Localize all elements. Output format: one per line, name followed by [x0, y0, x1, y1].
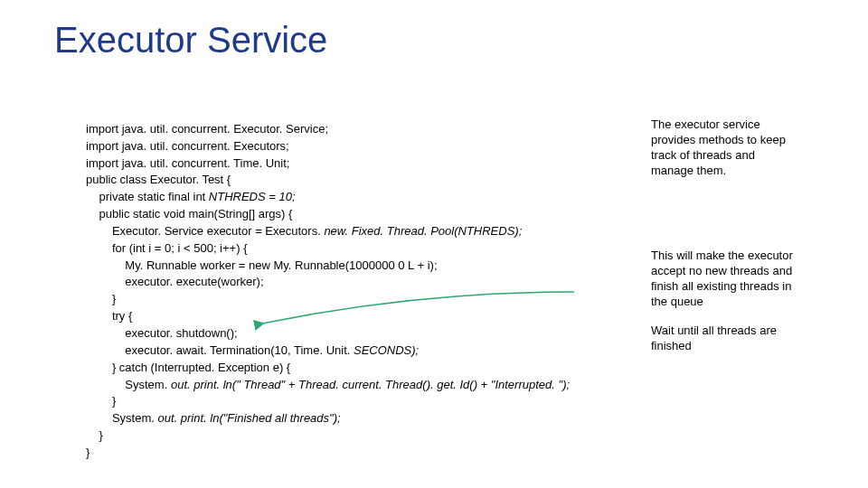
annotation-executor-service: The executor service provides methods to…: [651, 117, 800, 179]
code-line: Executor. Service executor = Executors. …: [86, 224, 522, 238]
code-line: executor. execute(worker);: [86, 275, 264, 288]
code-line: }: [86, 292, 116, 305]
annotation-await: Wait until all threads are finished: [651, 324, 800, 354]
annotation-shutdown: This will make the executor accept no ne…: [651, 249, 800, 310]
code-line: }: [86, 446, 90, 459]
code-line: import java. util. concurrent. Executor.…: [86, 122, 328, 136]
code-block: import java. util. concurrent. Executor.…: [86, 104, 570, 462]
code-line: public static void main(String[] args) {: [86, 207, 292, 221]
code-line: System. out. print. ln(" Thread" + Threa…: [86, 378, 570, 391]
code-line: }: [86, 428, 103, 442]
code-line: My. Runnable worker = new My. Runnable(1…: [86, 258, 438, 272]
code-line: executor. await. Termination(10, Time. U…: [86, 343, 419, 357]
code-line: }: [86, 394, 116, 408]
code-line: executor. shutdown();: [86, 326, 238, 340]
code-line: System. out. print. ln("Finished all thr…: [86, 411, 341, 425]
code-line: import java. util. concurrent. Time. Uni…: [86, 156, 289, 170]
code-line: private static final int NTHREDS = 10;: [86, 190, 296, 203]
page-title: Executor Service: [54, 20, 327, 61]
code-line: for (int i = 0; i < 500; i++) {: [86, 241, 247, 255]
code-line: import java. util. concurrent. Executors…: [86, 139, 289, 153]
code-line: } catch (Interrupted. Exception e) {: [86, 361, 290, 374]
code-line: public class Executor. Test {: [86, 173, 231, 186]
code-line: try {: [86, 309, 132, 323]
